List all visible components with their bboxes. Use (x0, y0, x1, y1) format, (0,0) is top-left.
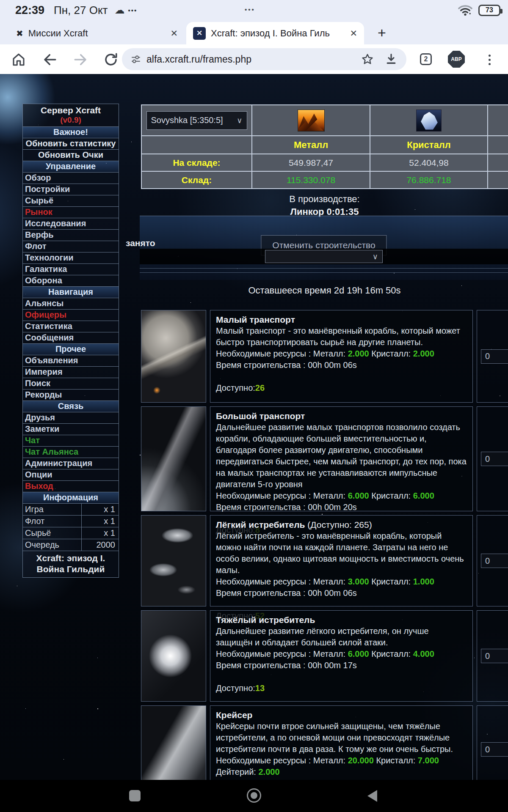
site-settings-tune-icon[interactable] (130, 54, 141, 65)
crystal-cost: 2.000 (413, 349, 434, 358)
sidebar-item-сообщения[interactable]: Сообщения (22, 332, 119, 344)
sidebar-item-исследования[interactable]: Исследования (22, 218, 119, 230)
planet-selector[interactable]: Sovyshka [5:350:5] ∨ (146, 111, 247, 130)
tab-xcraft-active[interactable]: ✕ Xcraft: эпизод I. Война Гиль ✕ (186, 22, 364, 44)
ship-description: Крейсеры почти втрое сильней защищены, ч… (216, 721, 467, 755)
abp-label: ABP (451, 56, 461, 62)
tab-favicon: ✕ (193, 27, 206, 40)
sidebar-item-опции[interactable]: Опции (22, 469, 119, 481)
ship-quantity-input[interactable] (481, 452, 508, 466)
queue-selector[interactable]: ∨ (265, 250, 383, 263)
ship-order-panel (477, 310, 508, 403)
ship-image[interactable] (141, 705, 206, 780)
sidebar-item-сырьё[interactable]: Сырьё (22, 195, 119, 207)
sidebar-item-статистика[interactable]: Статистика (22, 321, 119, 332)
sidebar-item-обновить статистику[interactable]: Обновить статистику (22, 138, 119, 150)
ship-image[interactable] (141, 310, 206, 403)
sidebar-section-прочее: Прочее (22, 343, 119, 355)
ship-quantity-input[interactable] (481, 742, 508, 757)
crystal-in-store: 52.404,98 (370, 154, 487, 171)
sidebar-item-верфь[interactable]: Верфь (22, 229, 119, 241)
metal-cost: 6.000 (348, 649, 369, 658)
crystal-icon-cell (370, 105, 487, 135)
sidebar-item-технологии[interactable]: Технологии (22, 252, 119, 264)
adblock-plus-icon[interactable]: ABP (448, 51, 465, 68)
sidebar-section-важное!: Важное! (22, 126, 119, 138)
ship-order-panel (477, 705, 508, 780)
recent-apps-button[interactable] (129, 790, 141, 801)
sidebar-item-объявления[interactable]: Объявления (22, 355, 119, 367)
ship-quantity-input[interactable] (481, 554, 508, 568)
sidebar-items: Важное!Обновить статистикуОбновить ОчкиУ… (22, 126, 119, 504)
tab-switcher-button[interactable]: 2 (420, 53, 432, 65)
sidebar-item-чат[interactable]: Чат (22, 435, 119, 447)
ship-description-panel: Большой транспорт Дальнейшее развитие ма… (210, 406, 473, 511)
sidebar-item-рынок[interactable]: Рынок (22, 206, 119, 218)
sidebar-item-друзья[interactable]: Друзья (22, 412, 119, 424)
ship-image[interactable] (141, 610, 206, 702)
info-row-флот: Флотx 1 (22, 515, 119, 527)
home-nav-button[interactable] (247, 788, 261, 803)
bookmark-star-icon[interactable] (361, 52, 374, 66)
sidebar-item-выход[interactable]: Выход (22, 480, 119, 492)
url-text[interactable]: alfa.xcraft.ru/frames.php (146, 54, 361, 65)
crystal-capacity: 76.886.718 (370, 172, 487, 188)
new-tab-button[interactable]: + (373, 25, 391, 41)
battery-indicator: 73 (478, 5, 500, 16)
sidebar-item-обновить очки[interactable]: Обновить Очки (22, 149, 119, 161)
ship-description-panel: Малый транспорт Малый транспорт - это ма… (210, 310, 473, 403)
sidebar-item-администрация[interactable]: Администрация (22, 458, 119, 469)
sidebar-item-поиск[interactable]: Поиск (22, 378, 119, 390)
reload-button[interactable] (103, 52, 119, 67)
back-nav-button[interactable] (367, 790, 377, 802)
ship-row-small-transport: Малый транспорт Малый транспорт - это ма… (141, 310, 508, 403)
capacity-label: Склад: (142, 172, 251, 188)
ship-name: Лёгкий истребитель (216, 520, 305, 529)
sidebar-item-офицеры[interactable]: Офицеры (22, 309, 119, 321)
home-button[interactable] (11, 52, 26, 67)
ship-name: Крейсер (216, 710, 252, 720)
tab-missii-xcraft[interactable]: ✖ Миссии Xcraft ✕ (10, 22, 185, 44)
browser-menu-button[interactable] (488, 52, 491, 67)
ship-quantity-input[interactable] (481, 349, 508, 364)
battery-percent: 73 (486, 6, 493, 14)
sidebar-item-заметки[interactable]: Заметки (22, 423, 119, 435)
tab-close-icon[interactable]: ✕ (163, 28, 185, 38)
ship-resources: Необходимые ресурсы : Металл: 6.000 Крис… (216, 490, 467, 502)
ship-image[interactable] (141, 515, 206, 606)
ship-resources: Необходимые ресурсы : Металл: 3.000 Крис… (216, 576, 467, 587)
ship-description-panel: Крейсер Крейсеры почти втрое сильней защ… (210, 705, 473, 780)
ship-order-panel (477, 515, 508, 606)
sidebar-info-table: Играx 1Флотx 1Сырьёx 1Очередь2000 (22, 503, 119, 551)
download-icon[interactable] (384, 52, 398, 66)
tab-favicon: ✖ (16, 28, 23, 38)
tab-count: 2 (424, 55, 428, 63)
back-button[interactable] (42, 52, 58, 67)
sidebar-item-альянсы[interactable]: Альянсы (22, 298, 119, 310)
sidebar-item-галактика[interactable]: Галактика (22, 263, 119, 275)
sidebar-item-флот[interactable]: Флот (22, 241, 119, 252)
sidebar-item-оборона[interactable]: Оборона (22, 275, 119, 287)
remaining-time-label: Оставшееся время 2d 19h 16m 50s (141, 285, 508, 296)
url-bar[interactable]: alfa.xcraft.ru/frames.php (122, 48, 406, 70)
resources-table: Sovyshka [5:350:5] ∨ Металл Кристалл На … (141, 104, 508, 189)
metal-icon[interactable] (298, 110, 325, 132)
ship-description: Лёгкий истребитель - это манёвренный кор… (216, 530, 467, 576)
tab-close-icon[interactable]: ✕ (343, 28, 364, 38)
in-production-label: В производстве: (141, 194, 508, 205)
ship-image[interactable] (141, 406, 206, 511)
sidebar-item-чат альянса[interactable]: Чат Альянса (22, 446, 119, 458)
metal-cost: 3.000 (348, 577, 369, 586)
planet-selector-cell: Sovyshka [5:350:5] ∨ (142, 105, 251, 135)
crystal-icon[interactable] (416, 110, 442, 132)
metal-icon-cell (252, 105, 370, 135)
ship-quantity-input[interactable] (481, 649, 508, 663)
sidebar-item-постройки[interactable]: Постройки (22, 184, 119, 195)
forward-button[interactable] (73, 52, 88, 67)
sidebar-item-империя[interactable]: Империя (22, 366, 119, 378)
weather-cloud-icon: ☁ (115, 4, 125, 16)
sidebar-item-рекорды[interactable]: Рекорды (22, 389, 119, 401)
shipyard-list: Малый транспорт Малый транспорт - это ма… (141, 310, 508, 780)
browser-toolbar: alfa.xcraft.ru/frames.php 2 ABP (0, 44, 508, 74)
sidebar-item-обзор[interactable]: Обзор (22, 172, 119, 184)
